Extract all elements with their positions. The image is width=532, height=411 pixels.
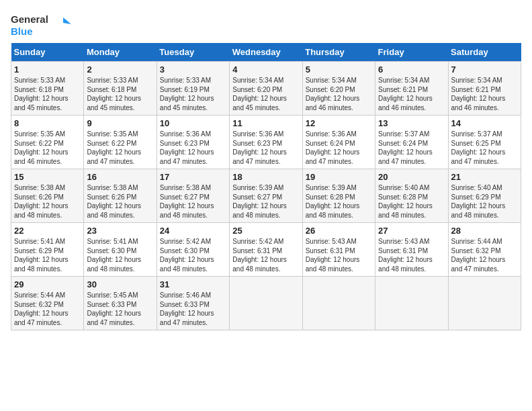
logo-svg: General Blue bbox=[11, 11, 71, 38]
calendar-day-cell: 29Sunrise: 5:44 AMSunset: 6:32 PMDayligh… bbox=[11, 277, 84, 330]
calendar-day-cell: 11Sunrise: 5:36 AMSunset: 6:23 PMDayligh… bbox=[230, 116, 302, 169]
day-info: Sunrise: 5:46 AMSunset: 6:33 PMDaylight:… bbox=[160, 291, 226, 327]
day-number: 15 bbox=[14, 172, 81, 182]
calendar-week-row: 1Sunrise: 5:33 AMSunset: 6:18 PMDaylight… bbox=[11, 62, 521, 116]
calendar-day-cell bbox=[230, 277, 302, 330]
day-info: Sunrise: 5:42 AMSunset: 6:31 PMDaylight:… bbox=[232, 237, 299, 273]
calendar-day-cell: 8Sunrise: 5:35 AMSunset: 6:22 PMDaylight… bbox=[11, 116, 84, 169]
day-number: 29 bbox=[14, 279, 81, 289]
day-info: Sunrise: 5:34 AMSunset: 6:20 PMDaylight:… bbox=[232, 76, 299, 112]
day-info: Sunrise: 5:36 AMSunset: 6:23 PMDaylight:… bbox=[232, 130, 299, 166]
svg-marker-2 bbox=[63, 17, 71, 24]
day-info: Sunrise: 5:35 AMSunset: 6:22 PMDaylight:… bbox=[14, 130, 81, 166]
calendar-header: SundayMondayTuesdayWednesdayThursdayFrid… bbox=[11, 43, 521, 62]
weekday-header: Monday bbox=[84, 43, 157, 62]
calendar-day-cell: 25Sunrise: 5:42 AMSunset: 6:31 PMDayligh… bbox=[230, 223, 302, 277]
day-number: 30 bbox=[87, 279, 153, 289]
calendar-day-cell: 1Sunrise: 5:33 AMSunset: 6:18 PMDaylight… bbox=[11, 62, 84, 116]
day-number: 6 bbox=[378, 64, 445, 75]
day-info: Sunrise: 5:38 AMSunset: 6:26 PMDaylight:… bbox=[87, 183, 153, 220]
day-number: 3 bbox=[160, 64, 226, 75]
calendar-day-cell: 23Sunrise: 5:41 AMSunset: 6:30 PMDayligh… bbox=[84, 223, 157, 277]
calendar-day-cell: 16Sunrise: 5:38 AMSunset: 6:26 PMDayligh… bbox=[84, 169, 157, 223]
calendar-day-cell: 17Sunrise: 5:38 AMSunset: 6:27 PMDayligh… bbox=[157, 169, 229, 223]
calendar-day-cell: 14Sunrise: 5:37 AMSunset: 6:25 PMDayligh… bbox=[448, 116, 521, 169]
day-info: Sunrise: 5:42 AMSunset: 6:30 PMDaylight:… bbox=[160, 237, 226, 273]
calendar-day-cell: 21Sunrise: 5:40 AMSunset: 6:29 PMDayligh… bbox=[448, 169, 521, 223]
calendar-day-cell: 3Sunrise: 5:33 AMSunset: 6:19 PMDaylight… bbox=[157, 62, 229, 116]
day-info: Sunrise: 5:44 AMSunset: 6:32 PMDaylight:… bbox=[451, 237, 518, 273]
day-info: Sunrise: 5:39 AMSunset: 6:28 PMDaylight:… bbox=[306, 183, 372, 220]
calendar-day-cell: 7Sunrise: 5:34 AMSunset: 6:21 PMDaylight… bbox=[448, 62, 521, 116]
header: General Blue bbox=[11, 11, 521, 38]
day-number: 1 bbox=[14, 64, 81, 75]
day-info: Sunrise: 5:34 AMSunset: 6:20 PMDaylight:… bbox=[306, 76, 372, 112]
calendar-day-cell: 26Sunrise: 5:43 AMSunset: 6:31 PMDayligh… bbox=[302, 223, 375, 277]
day-number: 28 bbox=[451, 226, 518, 236]
calendar-day-cell: 4Sunrise: 5:34 AMSunset: 6:20 PMDaylight… bbox=[230, 62, 302, 116]
calendar-day-cell: 19Sunrise: 5:39 AMSunset: 6:28 PMDayligh… bbox=[302, 169, 375, 223]
svg-text:Blue: Blue bbox=[11, 26, 33, 37]
day-number: 7 bbox=[451, 64, 518, 75]
calendar-day-cell: 22Sunrise: 5:41 AMSunset: 6:29 PMDayligh… bbox=[11, 223, 84, 277]
day-number: 14 bbox=[451, 118, 518, 128]
calendar-day-cell: 18Sunrise: 5:39 AMSunset: 6:27 PMDayligh… bbox=[230, 169, 302, 223]
day-number: 25 bbox=[232, 226, 299, 236]
day-number: 16 bbox=[87, 172, 153, 182]
calendar-day-cell: 9Sunrise: 5:35 AMSunset: 6:22 PMDaylight… bbox=[84, 116, 157, 169]
weekday-header: Thursday bbox=[302, 43, 375, 62]
day-number: 24 bbox=[160, 226, 226, 236]
day-number: 12 bbox=[306, 118, 372, 128]
day-number: 22 bbox=[14, 226, 81, 236]
calendar-day-cell: 5Sunrise: 5:34 AMSunset: 6:20 PMDaylight… bbox=[302, 62, 375, 116]
day-info: Sunrise: 5:33 AMSunset: 6:18 PMDaylight:… bbox=[14, 76, 81, 112]
weekday-header: Saturday bbox=[448, 43, 521, 62]
day-number: 9 bbox=[87, 118, 153, 128]
calendar-table: SundayMondayTuesdayWednesdayThursdayFrid… bbox=[11, 43, 521, 330]
day-info: Sunrise: 5:35 AMSunset: 6:22 PMDaylight:… bbox=[87, 130, 153, 166]
day-info: Sunrise: 5:41 AMSunset: 6:29 PMDaylight:… bbox=[14, 237, 81, 273]
day-info: Sunrise: 5:41 AMSunset: 6:30 PMDaylight:… bbox=[87, 237, 153, 273]
calendar-week-row: 29Sunrise: 5:44 AMSunset: 6:32 PMDayligh… bbox=[11, 277, 521, 330]
day-info: Sunrise: 5:36 AMSunset: 6:23 PMDaylight:… bbox=[160, 130, 226, 166]
day-info: Sunrise: 5:36 AMSunset: 6:24 PMDaylight:… bbox=[306, 130, 372, 166]
day-info: Sunrise: 5:38 AMSunset: 6:27 PMDaylight:… bbox=[160, 183, 226, 220]
calendar-day-cell: 24Sunrise: 5:42 AMSunset: 6:30 PMDayligh… bbox=[157, 223, 229, 277]
calendar-body: 1Sunrise: 5:33 AMSunset: 6:18 PMDaylight… bbox=[11, 62, 521, 330]
weekday-header: Friday bbox=[375, 43, 448, 62]
calendar-day-cell: 28Sunrise: 5:44 AMSunset: 6:32 PMDayligh… bbox=[448, 223, 521, 277]
day-info: Sunrise: 5:34 AMSunset: 6:21 PMDaylight:… bbox=[451, 76, 518, 112]
header-row: SundayMondayTuesdayWednesdayThursdayFrid… bbox=[11, 43, 521, 62]
day-number: 27 bbox=[378, 226, 445, 236]
day-info: Sunrise: 5:40 AMSunset: 6:29 PMDaylight:… bbox=[451, 183, 518, 220]
day-number: 18 bbox=[232, 172, 299, 182]
calendar-day-cell: 12Sunrise: 5:36 AMSunset: 6:24 PMDayligh… bbox=[302, 116, 375, 169]
day-number: 19 bbox=[306, 172, 372, 182]
calendar-week-row: 22Sunrise: 5:41 AMSunset: 6:29 PMDayligh… bbox=[11, 223, 521, 277]
calendar-day-cell: 30Sunrise: 5:45 AMSunset: 6:33 PMDayligh… bbox=[84, 277, 157, 330]
day-info: Sunrise: 5:37 AMSunset: 6:25 PMDaylight:… bbox=[451, 130, 518, 166]
weekday-header: Tuesday bbox=[157, 43, 229, 62]
day-number: 21 bbox=[451, 172, 518, 182]
calendar-day-cell: 10Sunrise: 5:36 AMSunset: 6:23 PMDayligh… bbox=[157, 116, 229, 169]
day-number: 11 bbox=[232, 118, 299, 128]
day-info: Sunrise: 5:33 AMSunset: 6:18 PMDaylight:… bbox=[87, 76, 153, 112]
calendar-day-cell: 13Sunrise: 5:37 AMSunset: 6:24 PMDayligh… bbox=[375, 116, 448, 169]
day-info: Sunrise: 5:43 AMSunset: 6:31 PMDaylight:… bbox=[378, 237, 445, 273]
day-number: 2 bbox=[87, 64, 153, 75]
svg-text:General: General bbox=[11, 13, 48, 25]
logo: General Blue bbox=[11, 11, 71, 38]
day-info: Sunrise: 5:37 AMSunset: 6:24 PMDaylight:… bbox=[378, 130, 445, 166]
day-number: 17 bbox=[160, 172, 226, 182]
day-info: Sunrise: 5:33 AMSunset: 6:19 PMDaylight:… bbox=[160, 76, 226, 112]
calendar-week-row: 8Sunrise: 5:35 AMSunset: 6:22 PMDaylight… bbox=[11, 116, 521, 169]
day-info: Sunrise: 5:45 AMSunset: 6:33 PMDaylight:… bbox=[87, 291, 153, 327]
day-number: 8 bbox=[14, 118, 81, 128]
day-number: 5 bbox=[306, 64, 372, 75]
day-number: 31 bbox=[160, 279, 226, 289]
day-number: 26 bbox=[306, 226, 372, 236]
day-info: Sunrise: 5:40 AMSunset: 6:28 PMDaylight:… bbox=[378, 183, 445, 220]
calendar-day-cell bbox=[448, 277, 521, 330]
day-number: 10 bbox=[160, 118, 226, 128]
calendar-day-cell: 31Sunrise: 5:46 AMSunset: 6:33 PMDayligh… bbox=[157, 277, 229, 330]
